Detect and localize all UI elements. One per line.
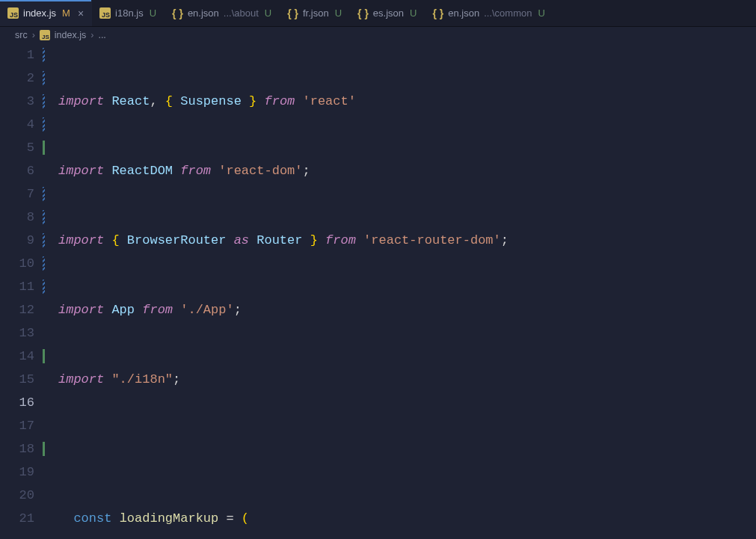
tab-en-json-common[interactable]: { } en.json ...\common U <box>425 0 553 26</box>
code-line: import { BrowserRouter as Router } from … <box>48 229 756 252</box>
code-area[interactable]: import React, { Suspense } from 'react' … <box>48 43 756 539</box>
tab-label: fr.json <box>303 7 329 19</box>
tab-suffix: ...\about <box>224 7 259 19</box>
tab-label: en.json <box>448 7 479 19</box>
editor-tabs: JS index.js M × JS i18n.js U { } en.json… <box>0 0 756 27</box>
code-line: import App from './App'; <box>48 298 756 321</box>
breadcrumb[interactable]: src › JS index.js › ... <box>0 27 756 43</box>
tab-status: U <box>538 7 544 19</box>
code-line: import ReactDOM from 'react-dom'; <box>48 159 756 182</box>
tab-suffix: ...\common <box>484 7 532 19</box>
tab-status: U <box>265 7 271 19</box>
code-line: import React, { Suspense } from 'react' <box>48 90 756 113</box>
code-line: import "./i18n"; <box>48 368 756 391</box>
json-icon: { } <box>432 7 443 19</box>
tab-status: U <box>150 7 156 19</box>
chevron-right-icon: › <box>90 30 93 40</box>
tab-label: es.json <box>373 7 404 19</box>
tab-status: U <box>335 7 342 19</box>
chevron-right-icon: › <box>32 30 35 40</box>
tab-en-json-about[interactable]: { } en.json ...\about U <box>165 0 280 26</box>
tab-status: M <box>62 7 70 19</box>
tab-label: i18n.js <box>115 7 144 19</box>
breadcrumb-root: src <box>15 30 28 40</box>
code-line: const loadingMarkup = ( <box>48 507 756 530</box>
tab-status: U <box>410 7 417 19</box>
json-icon: { } <box>287 7 298 19</box>
breadcrumb-symbol: ... <box>98 30 105 40</box>
json-icon: { } <box>357 7 369 19</box>
code-editor[interactable]: 123456789101112131415161718192021 import… <box>0 43 756 539</box>
breadcrumb-file: index.js <box>55 30 86 40</box>
close-icon[interactable]: × <box>78 7 84 19</box>
tab-label: index.js <box>23 7 56 19</box>
tab-index-js[interactable]: JS index.js M × <box>0 0 92 26</box>
js-icon: JS <box>99 7 111 19</box>
tab-label: en.json <box>188 7 219 19</box>
js-icon: JS <box>40 30 50 40</box>
js-icon: JS <box>7 7 19 19</box>
code-line <box>48 437 756 461</box>
tab-es-json[interactable]: { } es.json U <box>350 0 425 26</box>
tab-i18n-js[interactable]: JS i18n.js U <box>92 0 165 26</box>
line-number-gutter: 123456789101112131415161718192021 <box>0 43 48 539</box>
tab-fr-json[interactable]: { } fr.json U <box>280 0 350 26</box>
json-icon: { } <box>172 7 183 19</box>
